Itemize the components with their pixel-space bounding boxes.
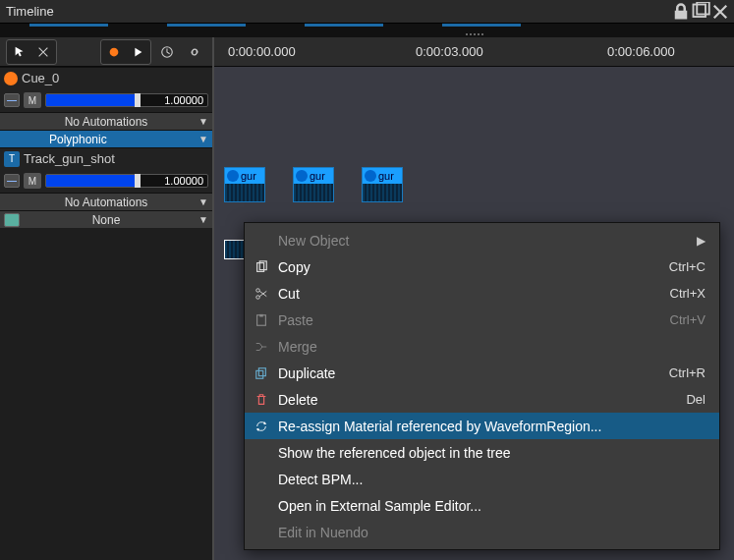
sound-icon — [227, 170, 239, 182]
svg-rect-10 — [256, 370, 263, 378]
chevron-down-icon: ▼ — [198, 134, 208, 144]
chevron-right-icon: ▶ — [697, 234, 706, 248]
chevron-down-icon: ▼ — [198, 196, 208, 207]
svg-point-7 — [256, 288, 260, 292]
tab-hint — [29, 24, 108, 27]
track-volume-slider[interactable]: 1.00000 — [45, 174, 208, 188]
waveform-icon — [363, 184, 402, 202]
titlebar: Timeline — [0, 0, 734, 24]
wave-icon[interactable] — [4, 174, 20, 188]
merge-icon — [253, 340, 270, 354]
cut-tool-button[interactable] — [31, 41, 55, 63]
svg-point-6 — [256, 295, 260, 299]
menu-show-referenced[interactable]: Show the referenced object in the tree — [245, 439, 719, 466]
cue-subrow: M 1.00000 — [0, 88, 212, 112]
track-header[interactable]: T Track_gun_shot — [0, 147, 212, 169]
tab-hint — [442, 24, 521, 27]
cue-header[interactable]: Cue_0 — [0, 67, 212, 88]
menu-delete[interactable]: DeleteDel — [245, 386, 719, 413]
waveform-icon — [294, 184, 333, 202]
audio-clip[interactable]: gur — [362, 167, 403, 202]
cue-name: Cue_0 — [22, 71, 59, 85]
time-mode-button[interactable] — [155, 41, 179, 63]
menu-paste[interactable]: PasteCtrl+V — [245, 307, 719, 333]
maximize-icon[interactable] — [691, 2, 710, 22]
menu-merge[interactable]: Merge — [245, 333, 719, 360]
menu-duplicate[interactable]: DuplicateCtrl+R — [245, 360, 719, 386]
trash-icon — [253, 393, 270, 407]
svg-rect-9 — [259, 313, 263, 316]
menu-edit-nuendo[interactable]: Edit in Nuendo — [245, 519, 719, 545]
audio-clip-selected[interactable] — [224, 240, 246, 259]
close-icon[interactable] — [710, 2, 730, 22]
waveform-icon — [225, 241, 245, 259]
link-button[interactable] — [183, 41, 206, 63]
play-button[interactable] — [126, 41, 149, 63]
context-menu: New Object▶ CopyCtrl+C CutCtrl+X PasteCt… — [244, 222, 720, 550]
cue-volume-slider[interactable]: 1.00000 — [45, 93, 208, 107]
chevron-down-icon: ▼ — [198, 116, 208, 127]
left-toolbar — [0, 37, 212, 67]
wave-icon[interactable] — [4, 93, 20, 107]
fx-icon — [4, 213, 20, 227]
copy-icon — [253, 260, 270, 274]
ruler-tick: 0:00:03.000 — [416, 44, 483, 59]
cue-color-icon — [4, 72, 18, 85]
paste-icon — [253, 313, 270, 327]
lock-icon[interactable] — [671, 2, 691, 22]
cue-polyphonic-select[interactable]: Polyphonic▼ — [0, 130, 212, 147]
window-title: Timeline — [4, 4, 671, 19]
tab-hint — [167, 24, 246, 27]
ruler-tick: 0:00:06.000 — [607, 44, 675, 59]
track-subrow: M 1.00000 — [0, 169, 212, 193]
time-ruler[interactable]: 0:00:00.000 0:00:03.000 0:00:06.000 — [214, 37, 734, 67]
pointer-tool-button[interactable] — [8, 41, 31, 63]
ruler-tick: 0:00:00.000 — [228, 44, 296, 59]
track-header-panel: Cue_0 M 1.00000 No Automations▼ Polyphon… — [0, 37, 214, 560]
waveform-icon — [225, 184, 264, 202]
track-name: Track_gun_shot — [24, 151, 115, 166]
tab-hint — [305, 24, 383, 27]
menu-cut[interactable]: CutCtrl+X — [245, 280, 719, 307]
menu-reassign-material[interactable]: Re-assign Material referenced by Wavefor… — [245, 413, 719, 439]
cue-automations-select[interactable]: No Automations▼ — [0, 112, 212, 130]
menu-new-object[interactable]: New Object▶ — [245, 227, 719, 253]
menu-open-external-editor[interactable]: Open in External Sample Editor... — [245, 492, 719, 519]
menu-copy[interactable]: CopyCtrl+C — [245, 253, 719, 280]
audio-clip[interactable]: gur — [224, 167, 265, 202]
svg-point-2 — [110, 47, 119, 56]
track-none-select[interactable]: None▼ — [0, 210, 212, 228]
reassign-icon — [253, 420, 270, 433]
chevron-down-icon: ▼ — [198, 214, 208, 225]
sound-icon — [365, 170, 376, 182]
record-button[interactable] — [102, 41, 126, 63]
audio-clip[interactable]: gur — [293, 167, 334, 202]
sound-icon — [296, 170, 308, 182]
cue-volume-value: 1.00000 — [164, 94, 203, 106]
duplicate-icon — [253, 366, 270, 380]
track-automations-select[interactable]: No Automations▼ — [0, 193, 212, 210]
scissors-icon — [253, 287, 270, 301]
svg-rect-11 — [258, 367, 265, 375]
track-type-icon: T — [4, 151, 20, 167]
track-volume-value: 1.00000 — [164, 175, 203, 187]
mute-button[interactable]: M — [24, 92, 41, 108]
menu-detect-bpm[interactable]: Detect BPM... — [245, 466, 719, 492]
tab-hint-row — [0, 24, 734, 37]
mute-button[interactable]: M — [24, 173, 41, 189]
